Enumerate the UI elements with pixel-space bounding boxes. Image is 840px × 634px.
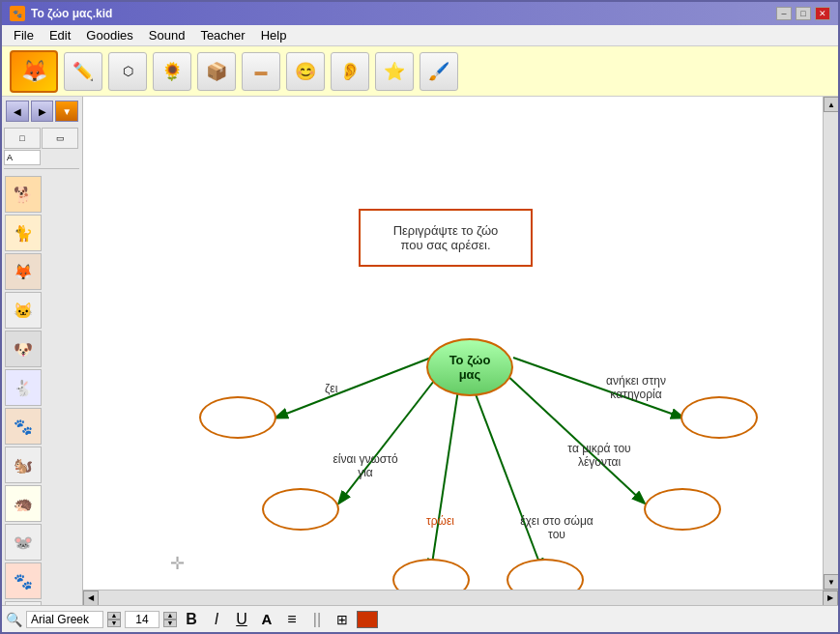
branch-left[interactable]: [199, 396, 276, 439]
animal-6[interactable]: 🐇: [5, 369, 42, 406]
menu-edit[interactable]: Edit: [42, 26, 78, 44]
animal-grid: 🐕 🐈 🦊 🐱 🐶 🐇 🐾 🐿️ 🦔 🐭 🐾 🐰 🐹 🦊 🐾 🐩: [2, 173, 82, 605]
menu-teacher[interactable]: Teacher: [192, 26, 252, 44]
tool-star[interactable]: ⭐: [375, 52, 414, 91]
minimize-button[interactable]: –: [776, 7, 792, 20]
tool-brush[interactable]: 🖌️: [420, 52, 458, 91]
tool-ear[interactable]: 👂: [331, 52, 369, 91]
tool-wide-rect[interactable]: ▭: [42, 128, 78, 149]
font-size-down[interactable]: ▼: [163, 620, 177, 627]
scroll-left-button[interactable]: ◀: [83, 591, 99, 606]
sidebar: ◀ ▶ ▼ □ ▭ A 🐕 🐈 🦊 🐱 🐶 🐇 🐾 🐿️ 🦔 🐭: [2, 97, 83, 605]
window-title: Το ζώο μας.kid: [31, 7, 112, 20]
underline-button[interactable]: U: [231, 609, 252, 630]
branch-lower-right[interactable]: [644, 488, 721, 531]
zoom-icon: 🔍: [6, 612, 22, 627]
nav-fwd[interactable]: ▶: [31, 101, 54, 122]
animal-11[interactable]: 🐾: [5, 562, 42, 599]
font-name-field[interactable]: Arial Greek: [26, 611, 103, 628]
scrollbar-vertical: ▲ ▼: [823, 97, 838, 590]
crosshair-icon: ✛: [170, 553, 185, 574]
scroll-down-button[interactable]: ▼: [824, 574, 838, 590]
size-button[interactable]: A: [256, 609, 277, 630]
bold-button[interactable]: B: [181, 609, 202, 630]
mascot: 🦊: [10, 50, 58, 93]
animal-1[interactable]: 🐕: [5, 176, 42, 213]
text-box[interactable]: Περιγράψτε το ζώοπου σας αρέσει.: [359, 209, 533, 267]
sidebar-nav: ◀ ▶ ▼: [2, 97, 82, 126]
tool-eraser[interactable]: ▬: [242, 52, 280, 91]
close-button[interactable]: ✕: [815, 7, 830, 20]
menu-goodies[interactable]: Goodies: [78, 26, 140, 44]
svg-line-3: [470, 379, 542, 570]
tool-node[interactable]: ⬡: [108, 52, 147, 91]
label-troei: τρώει: [426, 514, 454, 528]
tool-pencil[interactable]: ✏️: [64, 52, 102, 91]
label-einai: είναι γνωστόγια: [322, 452, 409, 479]
font-size-up[interactable]: ▲: [163, 612, 177, 620]
menu-help[interactable]: Help: [253, 26, 295, 44]
svg-line-1: [339, 372, 441, 503]
color-box[interactable]: [357, 611, 378, 628]
animal-7[interactable]: 🐾: [5, 408, 42, 445]
font-size-field[interactable]: 14: [125, 611, 159, 628]
branch-bottom-right[interactable]: [507, 559, 584, 590]
branch-right[interactable]: [681, 396, 758, 439]
scroll-track-v[interactable]: [824, 112, 838, 574]
italic-button[interactable]: I: [206, 609, 227, 630]
branch-bottom-center[interactable]: [392, 559, 470, 590]
tool-box[interactable]: 📦: [197, 52, 236, 91]
animal-10[interactable]: 🐭: [5, 524, 42, 561]
main-area: ◀ ▶ ▼ □ ▭ A 🐕 🐈 🦊 🐱 🐶 🐇 🐾 🐿️ 🦔 🐭: [2, 97, 838, 605]
nav-down[interactable]: ▼: [55, 101, 78, 122]
label-mikra: τα μικρά τουλέγονται: [551, 442, 648, 469]
branch-lower-left[interactable]: [262, 488, 339, 531]
text-box-content: Περιγράψτε το ζώοπου σας αρέσει.: [393, 223, 499, 252]
label-anekei: ανήκει στηνκατηγορία: [593, 374, 680, 401]
tool-flower[interactable]: 🌻: [153, 52, 191, 91]
font-size-spinner[interactable]: ▲ ▼: [163, 612, 177, 627]
nav-back[interactable]: ◀: [6, 101, 29, 122]
grid-button[interactable]: ⊞: [332, 609, 353, 630]
align-button[interactable]: ≡: [281, 609, 303, 630]
svg-line-2: [431, 377, 460, 570]
menu-file[interactable]: File: [6, 26, 42, 44]
canvas-area: Περιγράψτε το ζώοπου σας αρέσει. Το ζώομ…: [83, 97, 823, 590]
status-bar: 🔍 Arial Greek ▲ ▼ 14 ▲ ▼ B I U A ≡ || ⊞: [2, 605, 838, 632]
animal-9[interactable]: 🦔: [5, 485, 42, 522]
toolbar: 🦊 ✏️ ⬡ 🌻 📦 ▬ 😊 👂 ⭐ 🖌️: [2, 46, 838, 97]
scroll-up-button[interactable]: ▲: [824, 97, 838, 112]
central-node-text: Το ζώομας: [449, 353, 491, 382]
central-node[interactable]: Το ζώομας: [426, 338, 513, 396]
main-window: 🐾 Το ζώο μας.kid – □ ✕ File Edit Goodies…: [0, 0, 840, 634]
menu-sound[interactable]: Sound: [141, 26, 193, 44]
svg-line-0: [276, 358, 431, 418]
animal-8[interactable]: 🐿️: [5, 447, 42, 483]
font-name-down[interactable]: ▼: [107, 620, 121, 627]
animal-5[interactable]: 🐶: [5, 331, 42, 367]
scroll-track-h[interactable]: [99, 591, 823, 605]
animal-2[interactable]: 🐈: [5, 215, 42, 251]
label-zei: ζει: [325, 382, 337, 395]
font-name-up[interactable]: ▲: [107, 612, 121, 620]
animal-4[interactable]: 🐱: [5, 292, 42, 329]
separator-icon: ||: [306, 609, 328, 630]
animal-3[interactable]: 🦊: [5, 253, 42, 290]
sidebar-tools: □ ▭ A: [2, 126, 82, 173]
tool-smiley[interactable]: 😊: [286, 52, 325, 91]
menu-bar: File Edit Goodies Sound Teacher Help: [2, 25, 838, 46]
maximize-button[interactable]: □: [796, 7, 811, 20]
title-bar: 🐾 Το ζώο μας.kid – □ ✕: [2, 2, 838, 25]
font-name-spinner[interactable]: ▲ ▼: [107, 612, 121, 627]
app-icon: 🐾: [10, 6, 25, 21]
scrollbar-horizontal: ◀ ▶: [83, 590, 838, 605]
tool-rect[interactable]: □: [4, 128, 41, 149]
label-echei: έχει στο σώματου: [508, 514, 605, 541]
tool-text[interactable]: A: [4, 150, 41, 165]
scroll-right-button[interactable]: ▶: [823, 591, 838, 606]
